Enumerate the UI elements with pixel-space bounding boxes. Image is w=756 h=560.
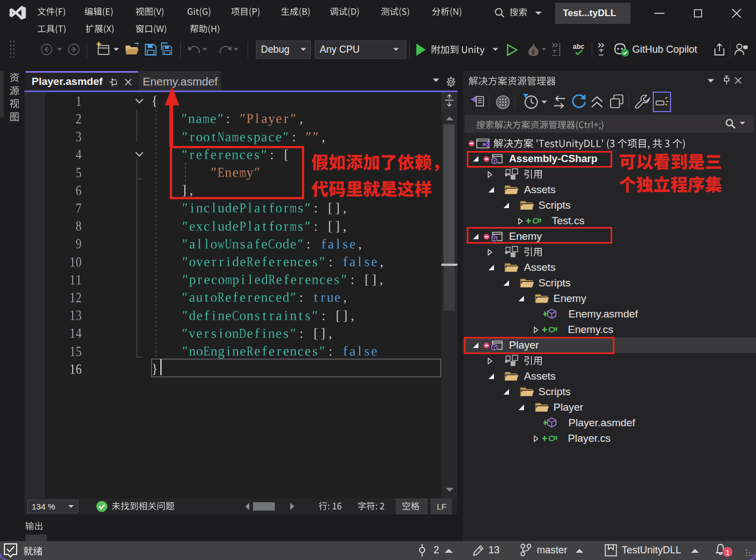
svg-text:C: C — [548, 433, 555, 443]
svg-text:C: C — [548, 325, 555, 334]
svg-text:1: 1 — [725, 548, 729, 557]
svg-text:abc: abc — [573, 43, 584, 51]
svg-text:C: C — [532, 216, 538, 225]
